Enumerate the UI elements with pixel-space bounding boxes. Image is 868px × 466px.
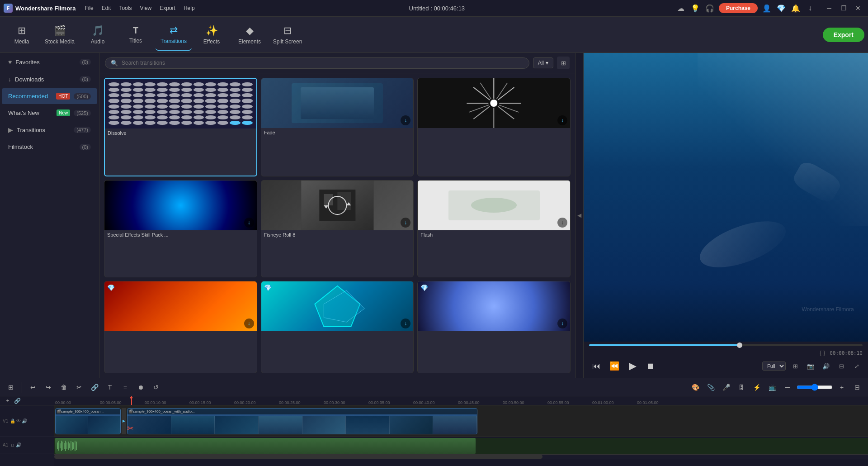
audio-mixer-icon[interactable]: 🎛 [735,381,748,394]
ct-2c [215,416,259,434]
purchase-button[interactable]: Purchase [719,3,758,13]
sidebar-item-transitions[interactable]: ▶ Transitions (477) [2,122,97,138]
filter-dropdown[interactable]: All ▾ [533,57,553,68]
transition-card-fade[interactable]: ↓ Fade [261,78,414,176]
link-tracks-button[interactable]: 🔗 [13,396,22,405]
flash-download-icon[interactable]: ↓ [557,218,567,228]
toolbar-audio[interactable]: 🎵 Audio [80,19,116,51]
credits-icon[interactable]: 💎 [776,3,787,14]
transition-card-fire[interactable]: 💎 ↓ [104,281,257,373]
zoom-slider[interactable] [797,384,833,391]
zoom-in-icon[interactable]: + [835,381,848,394]
transitions-count: (477) [74,127,91,133]
quality-select[interactable]: Full 1/2 1/4 [762,361,786,371]
toolbar-effects[interactable]: ✨ Effects [193,19,230,51]
timeline-scrollbar-thumb[interactable] [54,455,542,459]
download-manager-icon[interactable]: ↓ [805,3,816,14]
video-speaker-icon[interactable]: 🔊 [22,418,27,423]
video-eye-icon[interactable]: 👁 [16,418,21,423]
fullscreen-icon[interactable]: ⤢ [851,360,863,372]
sidebar-item-whats-new[interactable]: What's New New (525) [2,105,97,121]
volume-icon[interactable]: 🔊 [820,360,832,372]
sidebar-item-recommended[interactable]: Recommended HOT (500) [2,88,97,104]
toolbar-transitions[interactable]: ⇄ Transitions [156,19,192,51]
menu-view[interactable]: View [136,3,155,13]
layout-icon[interactable]: ⊟ [835,360,847,372]
stop-button[interactable]: ⏹ [643,359,658,373]
minimize-button[interactable]: ─ [823,3,835,14]
sidebar-item-favorites[interactable]: ♥ Favorites (0) [2,54,97,70]
menu-edit[interactable]: Edit [98,3,115,13]
clip-icon[interactable]: 📎 [704,381,717,394]
sidebar-item-downloads[interactable]: ↓ Downloads (0) [2,71,97,87]
fit-screen-icon[interactable]: ⊞ [789,360,801,372]
timeline-scrollbar[interactable] [54,454,868,459]
delete-button[interactable]: 🗑 [57,381,70,394]
grid-view-button[interactable]: ⊞ [557,57,570,69]
transition-card-fisheye[interactable]: ↓ Fisheye Roll 8 [261,180,414,278]
transition-card-geo[interactable]: 💎 ↓ [261,281,414,373]
menu-help[interactable]: Help [180,3,198,13]
tl-grid-icon[interactable]: ⊞ [5,381,17,394]
menu-tools[interactable]: Tools [115,3,135,13]
rewind-button[interactable]: ⏮ [589,359,604,373]
search-box[interactable]: 🔍 [105,57,529,69]
zoom-out-icon[interactable]: ─ [781,381,794,394]
avatar-icon[interactable]: 👤 [761,3,772,14]
timeline-tracks[interactable]: 00:00:00 00:00:05:00 00:00:10:00 00:00:1… [54,396,868,466]
search-input[interactable] [122,60,524,66]
transition-card-dissolve[interactable]: Dissolve [104,78,257,176]
reset-button[interactable]: ↺ [150,381,162,394]
bracket-end[interactable]: } [823,350,825,356]
redo-button[interactable]: ↪ [42,381,55,394]
menu-file[interactable]: File [81,3,97,13]
bracket-start[interactable]: { [820,350,821,356]
fire-download-icon[interactable]: ↓ [244,319,254,328]
add-track-button[interactable]: + [3,396,13,406]
transition-card-flash[interactable]: ↓ Flash [417,180,571,278]
clip-adjust-button[interactable]: = [119,381,132,394]
music-speaker-icon[interactable]: 🔊 [16,442,21,447]
headset-icon[interactable]: 🎧 [704,3,715,14]
collapse-sidebar-button[interactable]: ◀ [575,53,583,378]
video-clip-2[interactable]: 🎬 sample_960x400_ocean_with_audio... [127,408,477,434]
transition-card-glow[interactable]: 💎 ↓ [417,281,571,373]
speed-icon[interactable]: ⚡ [750,381,763,394]
fisheye-download-icon[interactable]: ↓ [401,218,410,228]
menu-export[interactable]: Export [156,3,179,13]
video-clip-1[interactable]: 🎬 sample_960x400_ocean... [55,408,121,434]
maximize-button[interactable]: ❐ [837,3,850,14]
progress-handle[interactable] [737,342,742,348]
video-lock-icon[interactable]: 🔒 [10,418,15,423]
close-button[interactable]: ✕ [852,3,864,14]
undo-button[interactable]: ↩ [27,381,39,394]
multi-cam-icon[interactable]: 📺 [766,381,778,394]
cloud-icon[interactable]: ☁ [675,3,686,14]
color-grade-icon[interactable]: 🎨 [689,381,702,394]
export-button[interactable]: Export [823,28,864,42]
mic-icon[interactable]: 🎤 [720,381,732,394]
audio-adjust-button[interactable]: ⏺ [134,381,147,394]
transition-card-special[interactable]: ↓ Special Effects Skill Pack ... [104,180,257,278]
text-tool-button[interactable]: T [104,381,116,394]
toolbar-elements[interactable]: ◆ Elements [231,19,268,51]
collapse-tracks-icon[interactable]: ⊟ [851,381,863,394]
bulb-icon[interactable]: 💡 [690,3,701,14]
link-button[interactable]: 🔗 [88,381,101,394]
cut-button[interactable]: ✂ [73,381,85,394]
snapshot-icon[interactable]: 📷 [805,360,816,372]
play-button[interactable]: ▶ [625,359,640,373]
notifications-icon[interactable]: 🔔 [790,3,801,14]
transition-card-ray[interactable]: ↓ [417,78,571,176]
audio-track[interactable] [54,438,868,454]
special-download-icon[interactable]: ↓ [244,218,254,228]
ray-download-icon[interactable]: ↓ [557,115,567,125]
toolbar-titles[interactable]: T Titles [118,19,154,51]
prev-frame-button[interactable]: ⏪ [607,359,622,373]
toolbar-stock-media[interactable]: 🎬 Stock Media [42,19,78,51]
toolbar-split-screen[interactable]: ⊟ Split Screen [269,19,306,51]
sidebar-item-filmstock[interactable]: Filmstock (0) [2,139,97,155]
video-track[interactable]: 🎬 sample_960x400_ocean... ▶ 🎬 [54,405,868,437]
toolbar-media[interactable]: ⊞ Media [4,19,40,51]
progress-bar[interactable] [589,344,863,346]
